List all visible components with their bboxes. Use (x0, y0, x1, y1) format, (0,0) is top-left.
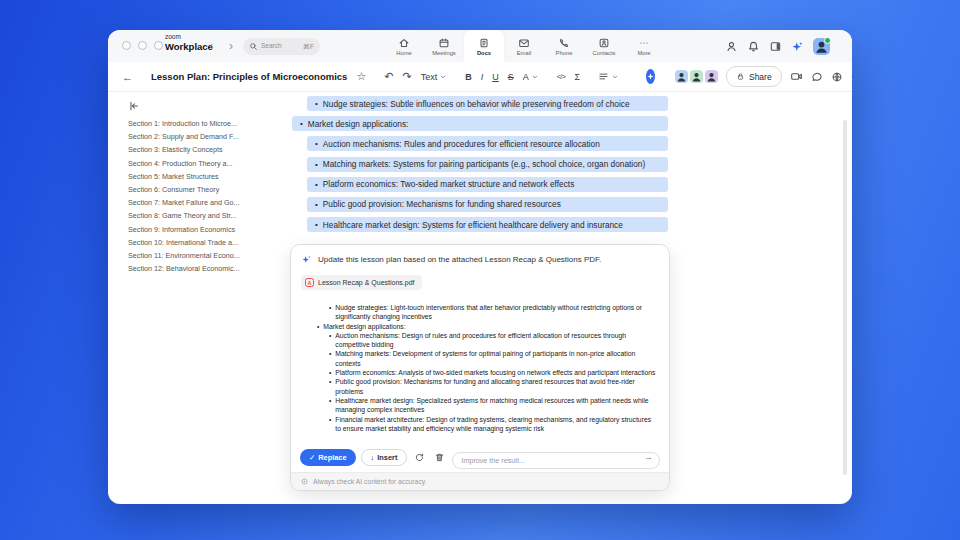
search-icon (249, 42, 258, 51)
attachment-chip[interactable]: A Lesson Recap & Questions.pdf (301, 275, 422, 290)
ai-sparkle-icon (301, 254, 312, 265)
search-shortcut: ⌘F (303, 43, 314, 51)
text-color-dropdown[interactable]: A (523, 72, 539, 82)
ai-response-text: Market design applications: (323, 322, 405, 331)
window-close-button[interactable] (122, 41, 131, 50)
outline-section-link[interactable]: Section 8: Game Theory and Str... (128, 209, 280, 222)
video-camera-icon[interactable] (790, 70, 803, 83)
window-minimize-button[interactable] (138, 41, 147, 50)
strikethrough-button[interactable]: S (508, 72, 514, 82)
tab-docs-label: Docs (477, 50, 491, 56)
more-options-icon[interactable]: ⋯ (851, 71, 852, 82)
document-content: Nudge strategies: Subtle influences on b… (285, 96, 677, 237)
doc-highlight-line[interactable]: Auction mechanisms: Rules and procedures… (307, 136, 668, 151)
tab-more-label: More (637, 50, 650, 56)
delete-button[interactable] (432, 450, 447, 465)
tab-email[interactable]: Email (504, 30, 544, 62)
tab-docs[interactable]: Docs (464, 30, 504, 62)
user-avatar[interactable] (813, 38, 830, 55)
chevron-down-icon (439, 73, 447, 81)
ai-disclaimer-icon (301, 478, 308, 485)
ai-response-text: Public good provision: Mechanisms for fu… (335, 377, 657, 396)
phone-icon (558, 37, 570, 49)
outline-section-link[interactable]: Section 10: International Trade a... (128, 236, 280, 249)
tab-contacts[interactable]: Contacts (584, 30, 624, 62)
tab-more[interactable]: More (624, 30, 664, 62)
text-style-dropdown[interactable]: Text (421, 72, 448, 82)
lock-icon (736, 72, 745, 81)
email-icon (518, 37, 530, 49)
underline-button[interactable]: U (492, 72, 499, 82)
doc-highlight-line[interactable]: Platform economics: Two-sided market str… (307, 177, 668, 192)
send-arrow-icon[interactable]: → (644, 452, 653, 463)
formula-button[interactable]: Σ (574, 72, 580, 82)
doc-highlight-line[interactable]: Matching markets: Systems for pairing pa… (307, 157, 668, 172)
contacts-icon (598, 37, 610, 49)
outline-section-link[interactable]: Section 2: Supply and Demand F... (128, 130, 280, 143)
ai-companion-button[interactable] (646, 69, 655, 84)
outline-section-link[interactable]: Section 7: Market Failure and Go... (128, 196, 280, 209)
bold-button[interactable]: B (465, 72, 472, 82)
italic-button[interactable]: I (481, 72, 484, 82)
ai-action-bar: ✓ Replace ↓ Insert → (300, 449, 660, 466)
notifications-bell-icon[interactable] (747, 40, 760, 53)
collapse-sidebar-icon[interactable] (128, 100, 140, 112)
tab-contacts-label: Contacts (593, 50, 616, 56)
outline-section-link[interactable]: Section 12: Behavioral Economic... (128, 262, 280, 275)
globe-icon[interactable] (831, 71, 843, 83)
undo-icon[interactable]: ↶ (384, 70, 393, 83)
improve-input-wrap: → (452, 449, 660, 466)
window-zoom-button[interactable] (154, 41, 163, 50)
improve-result-input[interactable] (452, 452, 660, 469)
doc-highlight-line[interactable]: Healthcare market design: Systems for ef… (307, 217, 668, 232)
back-button[interactable]: ← (122, 71, 133, 83)
collaborator-avatar[interactable] (675, 70, 688, 83)
ai-response-text: Matching markets: Development of systems… (335, 349, 657, 368)
align-dropdown[interactable] (598, 71, 619, 82)
search-placeholder: Search (261, 43, 287, 50)
ai-disclaimer-text: Always check AI content for accuracy. (313, 478, 427, 485)
profile-icon[interactable] (725, 40, 738, 53)
outline-section-link[interactable]: Section 3: Elasticity Concepts (128, 143, 280, 156)
tab-phone-label: Phone (556, 50, 573, 56)
outline-section-link[interactable]: Section 11: Environmental Econo... (128, 249, 280, 262)
redo-icon[interactable]: ↷ (402, 70, 411, 83)
outline-section-link[interactable]: Section 9: Information Economics (128, 223, 280, 236)
ai-companion-panel: Update this lesson plan based on the att… (290, 244, 670, 491)
document-title: Lesson Plan: Principles of Microeconomic… (151, 71, 347, 82)
nav-back-button[interactable]: ‹ (204, 37, 218, 55)
nav-forward-button[interactable]: › (224, 37, 238, 55)
collaborator-avatar[interactable] (690, 70, 703, 83)
replace-label: Replace (318, 453, 346, 462)
code-button[interactable]: </> (557, 73, 566, 80)
ai-response-bullet: Market design applications: (307, 322, 657, 331)
ai-response-bullet: Nudge strategies: Light-touch interventi… (307, 303, 657, 322)
outline-section-link[interactable]: Section 4: Production Theory a... (128, 157, 280, 170)
favorite-star-icon[interactable]: ☆ (356, 70, 366, 83)
insert-button[interactable]: ↓ Insert (361, 449, 408, 466)
share-label: Share (749, 72, 772, 82)
global-search-input[interactable]: Search ⌘F (243, 38, 320, 55)
tab-meetings[interactable]: Meetings (424, 30, 464, 62)
tab-email-label: Email (517, 50, 532, 56)
share-button[interactable]: Share (726, 66, 782, 87)
vertical-scrollbar[interactable] (843, 120, 847, 475)
doc-highlight-line[interactable]: Nudge strategies: Subtle influences on b… (307, 96, 668, 111)
collaborator-avatar[interactable] (705, 70, 718, 83)
side-panel-icon[interactable] (769, 40, 782, 53)
tab-phone[interactable]: Phone (544, 30, 584, 62)
doc-highlight-line[interactable]: Market design applications: (292, 116, 668, 131)
ai-companion-icon[interactable] (791, 40, 804, 53)
outline-section-link[interactable]: Section 5: Market Structures (128, 170, 280, 183)
replace-button[interactable]: ✓ Replace (300, 449, 356, 466)
chat-bubble-icon[interactable] (811, 71, 823, 83)
outline-section-link[interactable]: Section 1: Introduction to Microe... (128, 117, 280, 130)
tab-home[interactable]: Home (384, 30, 424, 62)
outline-section-link[interactable]: Section 6: Consumer Theory (128, 183, 280, 196)
arrow-down-icon: ↓ (371, 453, 375, 462)
chevron-down-icon (531, 73, 539, 81)
ai-response-text: Auction mechanisms: Design of rules and … (335, 331, 657, 350)
toolbar-right-group: Share ⋯ (673, 66, 852, 87)
doc-highlight-line[interactable]: Public good provision: Mechanisms for fu… (307, 197, 668, 212)
regenerate-button[interactable] (412, 450, 427, 465)
